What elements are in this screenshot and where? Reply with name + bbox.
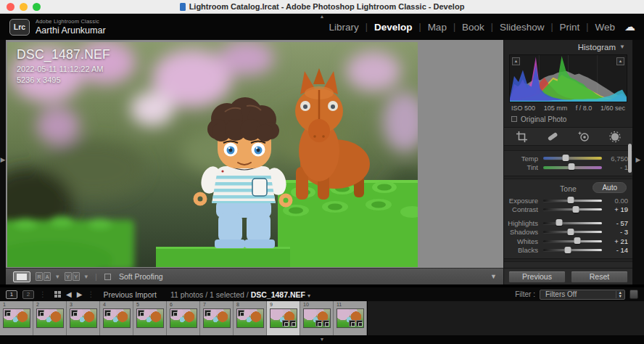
right-panel-collapse-icon[interactable]: ▶ — [632, 156, 644, 163]
histogram-panel[interactable]: ▲ ▲ — [509, 54, 627, 102]
shadow-clipping-icon[interactable]: ▲ — [512, 57, 520, 65]
panel-collapse-top-icon[interactable]: ▲ — [320, 14, 325, 19]
module-tab-slideshow[interactable]: Slideshow — [500, 22, 545, 33]
slider-value: + 19 — [602, 205, 628, 213]
filmstrip-thumb-7[interactable]: 7 — [200, 301, 234, 335]
thumb-image — [36, 308, 64, 328]
slider-track[interactable] — [543, 166, 602, 169]
module-tab-library[interactable]: Library — [329, 22, 359, 33]
slider-track[interactable] — [543, 249, 602, 251]
slider-track[interactable] — [543, 240, 602, 242]
photo-canvas[interactable]: DSC_1487.NEF 2022-05-11 11:12:22 AM 5236… — [7, 42, 418, 267]
filmstrip-thumb-4[interactable]: 4 — [100, 301, 133, 335]
slider-track[interactable] — [543, 157, 602, 160]
left-panel-collapsed-strip[interactable]: ▶ — [0, 40, 6, 284]
thumb-image — [337, 308, 364, 328]
right-panel-edge-strip[interactable]: ▶ — [632, 40, 644, 284]
soft-proofing-checkbox[interactable] — [104, 274, 111, 280]
histogram-header[interactable]: Histogram ▼ — [504, 40, 632, 52]
bottom-edge-strip: ▼ — [0, 335, 644, 344]
module-tab-print[interactable]: Print — [560, 22, 580, 33]
module-tab-book[interactable]: Book — [462, 22, 484, 33]
tone-header: Tone — [560, 184, 577, 193]
photo-datetime: 2022-05-11 11:12:22 AM — [17, 65, 110, 73]
loupe-view-button[interactable] — [13, 271, 30, 282]
slider-knob[interactable] — [574, 237, 580, 244]
highlight-clipping-icon[interactable]: ▲ — [616, 57, 624, 65]
spot-removal-icon[interactable] — [546, 131, 559, 142]
original-photo-label: Original Photo — [521, 115, 566, 123]
module-separator: | — [586, 22, 588, 32]
module-bar: ▲ Lrc Adobe Lightroom Classic Aarthi Aru… — [0, 14, 644, 40]
thumb-index: 2 — [36, 302, 39, 307]
panel-scrollbar[interactable] — [628, 144, 632, 173]
thumb-index: 9 — [270, 302, 273, 307]
module-tab-map[interactable]: Map — [428, 22, 447, 33]
slider-track[interactable] — [543, 231, 602, 233]
auto-tone-button[interactable]: Auto — [593, 182, 627, 193]
thumb-image — [136, 308, 164, 328]
thumb-image — [303, 308, 331, 328]
original-photo-checkbox[interactable] — [511, 116, 517, 122]
filmstrip-thumb-6[interactable]: 6 — [167, 301, 200, 335]
crop-badge-icon — [138, 310, 144, 316]
masking-icon[interactable] — [608, 131, 622, 143]
grid-view-icon[interactable] — [54, 291, 61, 298]
before-after-dropdown-icon[interactable]: ▾ — [56, 273, 59, 280]
left-panel-expand-icon[interactable]: ▶ — [0, 156, 6, 163]
slider-track[interactable] — [543, 200, 602, 202]
filmstrip-thumb-10[interactable]: 10 — [300, 301, 334, 335]
slider-knob[interactable] — [556, 219, 562, 226]
filter-stepper-icon[interactable]: ▲▼ — [616, 291, 622, 298]
go-forward-icon[interactable]: ▶ — [77, 290, 83, 298]
red-eye-icon[interactable] — [577, 131, 590, 142]
thumb-image — [236, 308, 264, 328]
thumb-index: 8 — [236, 302, 239, 307]
filter-toggle-button[interactable] — [629, 290, 638, 299]
filmstrip-thumb-9[interactable]: 9 — [267, 301, 300, 335]
cloud-sync-icon[interactable]: ☁ — [624, 20, 635, 33]
selected-filename: DSC_1487.NEF — [251, 290, 305, 299]
toolbar-options-icon[interactable]: ▼ — [490, 273, 497, 280]
module-tab-develop[interactable]: Develop — [374, 22, 413, 33]
filmstrip-thumb-1[interactable]: 1 — [0, 301, 33, 335]
second-window-button[interactable]: 2 — [22, 290, 34, 299]
slider-knob[interactable] — [565, 247, 571, 253]
crop-overlay-icon[interactable] — [516, 131, 528, 143]
go-back-icon[interactable]: ◀ — [66, 290, 72, 298]
exif-iso: ISO 500 — [511, 105, 535, 112]
slider-temp: Temp6,750 — [504, 154, 632, 163]
slider-knob[interactable] — [568, 163, 574, 170]
slider-knob[interactable] — [562, 155, 569, 161]
filmstrip-thumb-5[interactable]: 5 — [133, 301, 167, 335]
white-balance-group: Temp6,750Tint- 1 — [504, 150, 632, 176]
slider-label: Contrast — [504, 205, 543, 213]
split-view-button[interactable]: YY — [65, 272, 80, 281]
filmstrip-thumb-11[interactable]: 11 — [334, 301, 367, 335]
lrc-logo: Lrc — [9, 19, 30, 36]
slider-knob[interactable] — [568, 197, 574, 203]
slider-track[interactable] — [543, 222, 602, 224]
filmstrip-thumb-2[interactable]: 2 — [33, 301, 67, 335]
slider-knob[interactable] — [573, 206, 579, 213]
thumb-index: 1 — [3, 302, 6, 307]
slider-knob[interactable] — [568, 229, 574, 235]
filmstrip-source[interactable]: Previous Import — [103, 290, 157, 299]
filmstrip-thumb-3[interactable]: 3 — [67, 301, 100, 335]
filmstrip-thumb-8[interactable]: 8 — [234, 301, 267, 335]
before-after-button[interactable]: RA — [36, 272, 51, 281]
filmstrip-collapse-icon[interactable]: ▼ — [320, 337, 325, 342]
filmstrip-selection[interactable]: 11 photos / 1 selected / DSC_1487.NEF ▾ — [170, 290, 310, 299]
main-window-button[interactable]: 1 — [6, 290, 17, 299]
previous-button[interactable]: Previous — [508, 271, 566, 283]
slider-label: Temp — [504, 155, 543, 163]
reset-button[interactable]: Reset — [571, 271, 628, 283]
filter-dropdown[interactable]: Filters Off ▲▼ — [540, 290, 625, 300]
slider-tint: Tint- 1 — [504, 163, 632, 173]
split-view-dropdown-icon[interactable]: ▾ — [85, 273, 88, 280]
lightroom-window: Lightroom Catalog.lrcat - Adobe Photosho… — [0, 0, 644, 344]
slider-track[interactable] — [543, 208, 602, 210]
module-tab-web[interactable]: Web — [595, 22, 615, 33]
crop-badge-icon — [71, 310, 78, 316]
source-dropdown-icon[interactable]: ▾ — [307, 292, 310, 299]
